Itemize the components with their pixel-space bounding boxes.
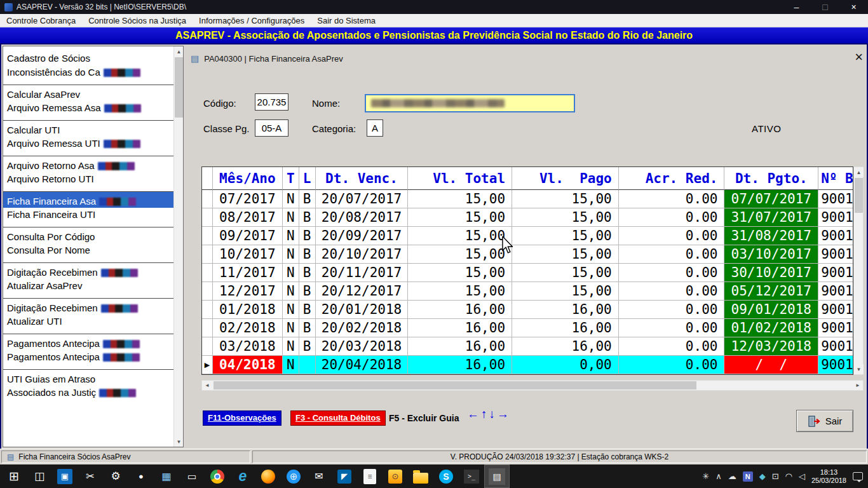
sidebar-scrollbar[interactable]: ▲ ▼ (173, 46, 183, 447)
f5-excluir-guia-label[interactable]: F5 - Excluir Guia (389, 413, 459, 423)
nome-field[interactable] (365, 94, 575, 112)
scroll-down-icon[interactable]: ▼ (174, 437, 184, 447)
grid-row[interactable]: 02/2018 N B 20/02/2018 16,00 16,00 0.00 … (202, 319, 853, 337)
sidebar-item[interactable]: UTI Guias em Atraso (3, 369, 175, 386)
sidebar-item[interactable]: Atualizar AsaPrev (3, 279, 175, 293)
grid-row[interactable]: 11/2017 N B 20/11/2017 15,00 15,00 0.00 … (202, 264, 853, 282)
taskbar-button[interactable]: ▭ (179, 464, 205, 488)
scroll-up-icon[interactable]: ▲ (854, 167, 864, 177)
header-mes-ano: Mês/Ano (213, 167, 283, 190)
onenote-icon[interactable]: N (743, 471, 753, 482)
display-icon[interactable]: ⊡ (772, 471, 779, 481)
action-center-icon[interactable] (853, 472, 863, 480)
cell-mes-ano: 10/2017 (213, 245, 283, 264)
volume-icon[interactable]: ◁ (799, 471, 805, 481)
sair-button[interactable]: Sair (796, 410, 853, 432)
scrollbar-thumb[interactable] (175, 57, 183, 118)
taskbar-button[interactable]: S (433, 464, 459, 488)
grid-row[interactable]: 12/2017 N B 20/12/2017 15,00 15,00 0.00 … (202, 282, 853, 301)
taskbar-button[interactable] (205, 464, 230, 488)
taskbar-button[interactable]: ◫ (27, 464, 52, 488)
wifi-icon[interactable]: ◠ (785, 471, 792, 481)
minimize-icon[interactable]: – (782, 0, 811, 14)
people-icon[interactable]: ✳ (702, 471, 709, 481)
sidebar-item[interactable]: Pagamentos Antecipa (3, 334, 175, 350)
menu-item[interactable]: Controle Cobrança (0, 14, 82, 27)
taskbar-button[interactable]: ▣ (52, 464, 78, 488)
taskbar-button[interactable]: ✂ (78, 464, 103, 488)
taskbar-button[interactable]: ⊙ (383, 464, 408, 488)
scrollbar-thumb[interactable] (855, 178, 863, 213)
cell-l: B (299, 282, 316, 301)
cell-dt-pgto: 31/07/2017 (724, 208, 818, 227)
sidebar-item[interactable]: Ficha Financeira UTI (3, 208, 175, 222)
taskbar-button[interactable]: ● (128, 464, 154, 488)
hidden-icons-chevron[interactable]: ∧ (715, 471, 722, 481)
scroll-left-icon[interactable]: ◄ (202, 381, 212, 390)
codigo-field[interactable]: 20.735 (255, 93, 288, 111)
cell-l: B (299, 319, 316, 337)
sair-label: Sair (825, 416, 843, 426)
scroll-right-icon[interactable]: ► (853, 381, 863, 390)
grid-horizontal-scrollbar[interactable]: ◄ ► (201, 380, 864, 391)
grid-row[interactable]: 09/2017 N B 20/09/2017 15,00 15,00 0.00 … (202, 227, 853, 245)
scroll-up-icon[interactable]: ▲ (174, 46, 184, 57)
taskbar-button[interactable]: ⊕ (281, 464, 306, 488)
maximize-icon[interactable]: □ (811, 0, 839, 14)
grid-row[interactable]: ▶ 04/2018 N 20/04/2018 16,00 0,00 0.00 /… (202, 356, 853, 374)
sidebar-item[interactable]: Cadastro de Sócios (3, 51, 175, 65)
menu-item[interactable]: Controle Sócios na Justiça (82, 14, 193, 27)
taskbar-button[interactable]: ▦ (154, 464, 179, 488)
grid-row[interactable]: 10/2017 N B 20/10/2017 15,00 15,00 0.00 … (202, 245, 853, 264)
sidebar-item[interactable]: Arquivo Retorno UTI (3, 172, 175, 186)
grid-row[interactable]: 03/2018 N B 20/03/2018 16,00 16,00 0.00 … (202, 337, 853, 356)
grid-row[interactable]: 07/2017 N B 20/07/2017 15,00 15,00 0.00 … (202, 190, 853, 208)
scrollbar-thumb[interactable] (214, 381, 696, 390)
taskbar-button[interactable] (255, 464, 281, 488)
sidebar-item[interactable]: Arquivo Remessa Asa (3, 101, 175, 115)
sidebar-item[interactable]: Pagamentos Antecipa (3, 350, 175, 364)
taskbar-clock[interactable]: 18:13 25/03/2018 (811, 468, 846, 485)
sidebar-item[interactable]: Inconsistências do Ca (3, 65, 175, 79)
child-close-icon[interactable]: × (855, 51, 863, 64)
sidebar-item[interactable]: Calcular UTI (3, 120, 175, 137)
header-l: L (299, 167, 316, 190)
taskbar-button[interactable]: ◤ (332, 464, 357, 488)
sidebar-item[interactable]: Digitação Recebimen (3, 298, 175, 315)
grid-vertical-scrollbar[interactable]: ▲ ▼ (853, 166, 864, 375)
sidebar-item[interactable]: Consulta Por Nome (3, 243, 175, 257)
taskbar-button[interactable]: ▤ (484, 464, 510, 488)
taskbar-button[interactable]: >_ (459, 464, 484, 488)
cell-num-boleto: 9001 (818, 337, 853, 356)
sidebar-item[interactable]: Atualizar UTI (3, 315, 175, 329)
classe-field[interactable]: 05-A (255, 119, 288, 137)
sidebar-item[interactable]: Arquivo Retorno Asa (3, 156, 175, 172)
asaprev-app: ▤ (489, 468, 505, 485)
taskbar-button[interactable]: ✉ (306, 464, 332, 488)
taskbar-button[interactable]: ⚙ (103, 464, 128, 488)
grid-row[interactable]: 01/2018 N B 20/01/2018 16,00 16,00 0.00 … (202, 301, 853, 319)
grid-row[interactable]: 08/2017 N B 20/08/2017 15,00 15,00 0.00 … (202, 208, 853, 227)
scroll-down-icon[interactable]: ▼ (854, 364, 864, 374)
categoria-field[interactable]: A (367, 119, 383, 137)
sidebar-item[interactable]: Digitação Recebimen (3, 262, 175, 279)
taskbar-button[interactable]: ≡ (357, 464, 383, 488)
sidebar-item[interactable]: Arquivo Remessa UTI (3, 137, 175, 151)
taskbar-button[interactable]: e (230, 464, 255, 488)
sidebar-item[interactable]: Ficha Financeira Asa (3, 191, 175, 208)
taskbar-button[interactable]: ⊞ (1, 464, 27, 488)
f3-consulta-debitos-button[interactable]: F3 - Consulta Débitos (290, 410, 386, 426)
close-icon[interactable]: × (839, 0, 868, 14)
menu-item[interactable]: Informações / Configurações (193, 14, 311, 27)
sidebar-item[interactable]: Calcular AsaPrev (3, 85, 175, 101)
f11-observacoes-button[interactable]: F11-Observações (203, 410, 281, 426)
sidebar-item[interactable]: Associados na Justiç (3, 386, 175, 400)
app-badge-icon[interactable]: ◆ (759, 471, 766, 481)
onedrive-icon[interactable]: ☁ (728, 471, 736, 481)
cell-dt-venc: 20/08/2017 (316, 208, 409, 227)
menu-item[interactable]: Sair do Sistema (311, 14, 382, 27)
sidebar-item[interactable]: Consulta Por Código (3, 227, 175, 243)
taskbar-button[interactable] (408, 464, 433, 488)
cell-l: B (299, 227, 316, 245)
skype-app: S (439, 470, 453, 484)
